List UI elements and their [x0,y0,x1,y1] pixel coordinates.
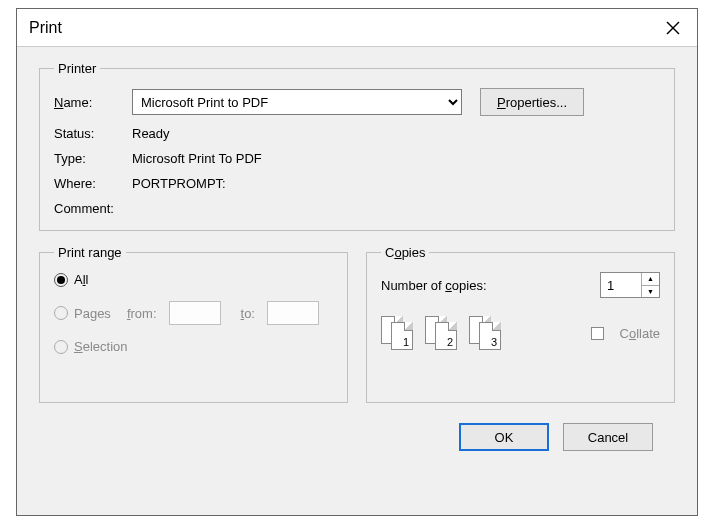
page-number: 2 [447,336,453,348]
ok-button[interactable]: OK [459,423,549,451]
window-title: Print [29,19,62,37]
radio-dot-icon [57,276,65,284]
close-icon [665,20,681,36]
radio-all-label: All [74,272,88,287]
properties-button[interactable]: Properties... [480,88,584,116]
close-button[interactable] [659,14,687,42]
where-label: Where: [54,176,132,191]
copies-group: Copies Number of copies: 1 ▲ ▼ [366,245,675,403]
collate-label: Collate [620,326,660,341]
to-input [267,301,319,325]
spinner-arrows: ▲ ▼ [641,273,659,297]
type-label: Type: [54,151,132,166]
collate-illustration: 1 1 2 2 3 3 [381,316,505,350]
spinner-down-icon[interactable]: ▼ [642,286,659,298]
printer-name-label: Name: [54,95,132,110]
titlebar: Print [17,9,697,47]
spinner-up-icon[interactable]: ▲ [642,273,659,286]
where-value: PORTPROMPT: [132,176,660,191]
number-of-copies-label: Number of copies: [381,278,487,293]
page-stack-icon: 3 3 [469,316,505,350]
radio-all[interactable] [54,273,68,287]
copies-group-label: Copies [381,245,429,260]
radio-selection [54,340,68,354]
collate-checkbox [591,327,604,340]
radio-pages [54,306,68,320]
printer-group-label: Printer [54,61,100,76]
page-stack-icon: 1 1 [381,316,417,350]
print-range-group-label: Print range [54,245,126,260]
printer-group: Printer Name: Microsoft Print to PDF Pro… [39,61,675,231]
type-value: Microsoft Print To PDF [132,151,660,166]
page-stack-icon: 2 2 [425,316,461,350]
comment-label: Comment: [54,201,132,216]
from-label: from: [127,306,157,321]
printer-name-select[interactable]: Microsoft Print to PDF [132,89,462,115]
status-value: Ready [132,126,660,141]
dialog-body: Printer Name: Microsoft Print to PDF Pro… [17,47,697,465]
dialog-footer: OK Cancel [39,417,675,451]
cancel-button[interactable]: Cancel [563,423,653,451]
print-dialog: Print Printer Name: Microsoft Print to P… [16,8,698,516]
copies-spinner[interactable]: 1 ▲ ▼ [600,272,660,298]
to-label: to: [241,306,255,321]
page-number: 1 [403,336,409,348]
radio-pages-label: Pages [74,306,111,321]
print-range-group: Print range All Pages from: to: Selectio… [39,245,348,403]
status-label: Status: [54,126,132,141]
page-number: 3 [491,336,497,348]
from-input [169,301,221,325]
radio-selection-label: Selection [74,339,127,354]
copies-value: 1 [601,273,641,297]
